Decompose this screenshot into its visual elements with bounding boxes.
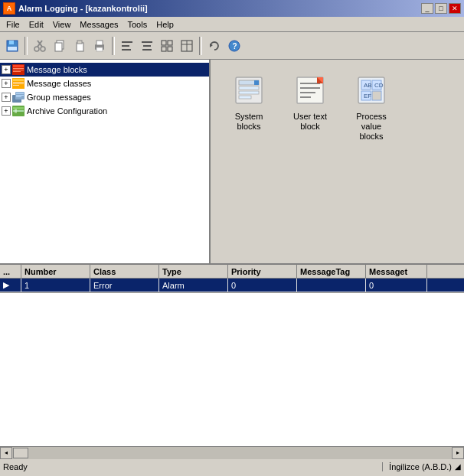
icon-panel: System blocks User text block xyxy=(211,60,464,263)
th-dots: ... xyxy=(0,265,21,279)
sep1 xyxy=(25,37,28,55)
cut-button[interactable] xyxy=(31,37,49,55)
th-message: Messaget xyxy=(366,265,427,279)
th-type: Type xyxy=(159,265,228,279)
status-right: İngilizce (A.B.D.) ◢ xyxy=(382,462,461,471)
tree-item-archive-configuration[interactable]: + Archive Configuration xyxy=(0,104,209,118)
tree-item-message-classes[interactable]: + Message classes xyxy=(0,77,209,90)
svg-rect-19 xyxy=(142,49,152,51)
scroll-right-button[interactable]: ▸ xyxy=(452,447,464,459)
svg-point-5 xyxy=(34,47,39,51)
expand-message-blocks[interactable]: + xyxy=(2,65,11,74)
svg-rect-1 xyxy=(9,41,14,44)
svg-rect-38 xyxy=(13,83,24,84)
menu-tools[interactable]: Tools xyxy=(123,18,152,31)
menu-view[interactable]: View xyxy=(48,18,76,31)
tree-item-group-messages[interactable]: + Group messages xyxy=(0,90,209,104)
tree-label-archive-configuration: Archive Configuration xyxy=(27,106,107,116)
td-message: 0 xyxy=(366,279,427,292)
user-text-block-label: User text block xyxy=(287,112,333,132)
table-header: ... Number Class Type Priority MessageTa… xyxy=(0,265,464,279)
copy-button[interactable] xyxy=(51,37,69,55)
tree-panel: + Message blocks + xyxy=(0,60,211,263)
th-class: Class xyxy=(90,265,159,279)
svg-rect-33 xyxy=(13,70,24,70)
user-text-block-image xyxy=(292,72,328,109)
svg-rect-37 xyxy=(13,82,24,83)
message-blocks-icon xyxy=(12,64,25,76)
svg-rect-20 xyxy=(162,41,166,45)
svg-rect-32 xyxy=(13,68,24,69)
svg-text:EF: EF xyxy=(364,93,371,99)
table-body: ▶ 1 Error Alarm 0 0 xyxy=(0,279,464,292)
svg-rect-14 xyxy=(122,41,132,43)
menu-bar: File Edit View Messages Tools Help xyxy=(0,17,464,32)
expand-archive-configuration[interactable]: + xyxy=(2,106,11,116)
svg-text:CD: CD xyxy=(374,82,384,89)
title-buttons[interactable]: _ □ ✕ xyxy=(421,3,461,14)
menu-help[interactable]: Help xyxy=(152,18,178,31)
refresh-button[interactable] xyxy=(205,37,224,55)
process-value-blocks-label: Process value blocks xyxy=(348,112,394,142)
save-button[interactable] xyxy=(3,37,21,55)
table-btn[interactable] xyxy=(178,37,196,55)
row-arrow: ▶ xyxy=(3,280,9,290)
table-row[interactable]: ▶ 1 Error Alarm 0 0 xyxy=(0,279,464,292)
app-icon: A xyxy=(3,2,15,15)
user-text-block-icon[interactable]: User text block xyxy=(287,72,333,132)
process-value-blocks-icon[interactable]: AB CD EF Process value blocks xyxy=(348,72,394,142)
system-blocks-image xyxy=(230,72,267,109)
svg-rect-12 xyxy=(96,41,103,45)
scroll-track[interactable] xyxy=(12,447,452,459)
status-locale: İngilizce (A.B.D.) xyxy=(382,462,452,471)
svg-rect-39 xyxy=(13,85,19,86)
svg-text:?: ? xyxy=(233,42,237,51)
toolbar: ? xyxy=(0,32,464,60)
td-messagetag xyxy=(297,279,366,292)
svg-rect-8 xyxy=(55,43,62,51)
svg-point-6 xyxy=(41,47,45,51)
svg-rect-53 xyxy=(239,96,251,99)
svg-rect-66 xyxy=(372,91,381,100)
expand-message-classes[interactable]: + xyxy=(2,79,11,88)
format-btn2[interactable] xyxy=(138,37,156,55)
help-button[interactable]: ? xyxy=(225,37,243,55)
status-resize-icon: ◢ xyxy=(455,462,461,471)
grid-btn[interactable] xyxy=(158,37,176,55)
svg-rect-54 xyxy=(254,80,259,85)
svg-rect-42 xyxy=(16,93,24,94)
svg-rect-51 xyxy=(239,86,259,90)
maximize-button[interactable]: □ xyxy=(435,3,447,14)
title-bar-left: A Alarm Logging - [kazankontrolii] xyxy=(3,2,148,15)
print-button[interactable] xyxy=(90,37,109,55)
svg-rect-21 xyxy=(168,41,172,45)
svg-rect-22 xyxy=(162,47,166,51)
svg-rect-10 xyxy=(77,41,82,44)
close-button[interactable]: ✕ xyxy=(449,3,461,14)
svg-rect-43 xyxy=(16,95,24,96)
format-btn1[interactable] xyxy=(118,37,136,55)
scroll-left-button[interactable]: ◂ xyxy=(0,447,12,459)
menu-file[interactable]: File xyxy=(2,18,25,31)
system-blocks-icon[interactable]: System blocks xyxy=(226,72,272,132)
scrollbar-horizontal[interactable]: ◂ ▸ xyxy=(0,446,464,458)
svg-rect-48 xyxy=(15,109,17,113)
sep3 xyxy=(199,37,202,55)
minimize-button[interactable]: _ xyxy=(421,3,433,14)
paste-button[interactable] xyxy=(70,37,89,55)
td-number: 1 xyxy=(21,279,90,292)
td-type: Alarm xyxy=(159,279,228,292)
menu-messages[interactable]: Messages xyxy=(75,18,123,31)
group-messages-icon xyxy=(12,91,25,103)
expand-group-messages[interactable]: + xyxy=(2,93,11,102)
main-content: + Message blocks + xyxy=(0,60,464,265)
table-section: ... Number Class Type Priority MessageTa… xyxy=(0,265,464,293)
svg-rect-16 xyxy=(122,49,131,51)
td-dots: ▶ xyxy=(0,279,21,292)
menu-edit[interactable]: Edit xyxy=(25,18,48,31)
tree-item-message-blocks[interactable]: + Message blocks xyxy=(0,63,209,77)
status-text: Ready xyxy=(3,462,28,471)
scroll-thumb[interactable] xyxy=(13,448,28,458)
td-class: Error xyxy=(90,279,159,292)
svg-text:AB: AB xyxy=(364,82,372,89)
